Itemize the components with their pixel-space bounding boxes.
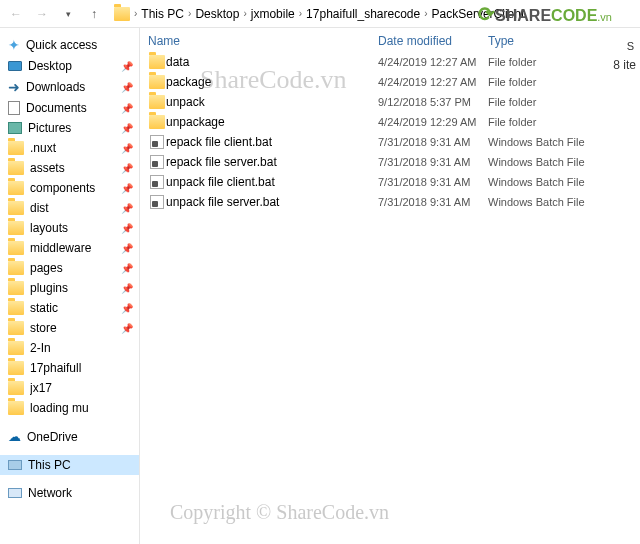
up-button[interactable]: ↑	[84, 4, 104, 24]
breadcrumb[interactable]: › This PC › Desktop › jxmobile › 17phaif…	[110, 3, 634, 25]
chevron-right-icon: ›	[424, 8, 427, 19]
folder-icon	[8, 321, 24, 335]
recent-dropdown[interactable]: ▾	[58, 4, 78, 24]
file-type: Windows Batch File	[488, 156, 632, 168]
folder-icon	[8, 261, 24, 275]
sidebar-folder[interactable]: dist📌	[0, 198, 139, 218]
folder-icon	[8, 301, 24, 315]
file-date: 4/24/2019 12:27 AM	[378, 76, 488, 88]
sidebar-folder[interactable]: 2-In	[0, 338, 139, 358]
folder-icon	[149, 55, 165, 69]
pin-icon: 📌	[121, 223, 133, 234]
pin-icon: 📌	[121, 303, 133, 314]
file-row[interactable]: repack file client.bat7/31/2018 9:31 AMW…	[148, 132, 632, 152]
file-row[interactable]: data4/24/2019 12:27 AMFile folder	[148, 52, 632, 72]
file-row[interactable]: unpackage4/24/2019 12:29 AMFile folder	[148, 112, 632, 132]
file-type: Windows Batch File	[488, 176, 632, 188]
pin-icon: 📌	[121, 323, 133, 334]
file-type: File folder	[488, 116, 632, 128]
folder-icon	[149, 115, 165, 129]
bat-file-icon	[150, 135, 164, 149]
quick-access[interactable]: ✦Quick access	[0, 34, 139, 56]
column-name[interactable]: Name	[148, 34, 378, 48]
item-count: 8 ite	[613, 58, 636, 72]
pin-icon: 📌	[121, 163, 133, 174]
file-date: 7/31/2018 9:31 AM	[378, 196, 488, 208]
sidebar-downloads[interactable]: ➜Downloads📌	[0, 76, 139, 98]
folder-icon	[114, 7, 130, 21]
document-icon	[8, 101, 20, 115]
column-type[interactable]: Type	[488, 34, 632, 48]
sidebar-folder[interactable]: middleware📌	[0, 238, 139, 258]
sidebar-folder[interactable]: 17phaifull	[0, 358, 139, 378]
folder-icon	[8, 241, 24, 255]
pin-icon: 📌	[121, 203, 133, 214]
file-date: 9/12/2018 5:37 PM	[378, 96, 488, 108]
file-name: repack file client.bat	[166, 135, 378, 149]
forward-button[interactable]: →	[32, 4, 52, 24]
sidebar-folder[interactable]: store📌	[0, 318, 139, 338]
crumb[interactable]: Desktop	[195, 7, 239, 21]
network-icon	[8, 488, 22, 498]
folder-icon	[8, 181, 24, 195]
file-name: repack file server.bat	[166, 155, 378, 169]
file-date: 7/31/2018 9:31 AM	[378, 156, 488, 168]
back-button[interactable]: ←	[6, 4, 26, 24]
file-row[interactable]: repack file server.bat7/31/2018 9:31 AMW…	[148, 152, 632, 172]
sidebar-onedrive[interactable]: ☁OneDrive	[0, 426, 139, 447]
bat-file-icon	[150, 175, 164, 189]
file-type: File folder	[488, 56, 632, 68]
column-header-partial: S	[627, 40, 634, 52]
sidebar-folder[interactable]: assets📌	[0, 158, 139, 178]
file-date: 7/31/2018 9:31 AM	[378, 176, 488, 188]
sidebar-folder[interactable]: .nuxt📌	[0, 138, 139, 158]
column-headers: Name Date modified Type	[140, 28, 640, 52]
pin-icon: 📌	[121, 263, 133, 274]
file-row[interactable]: unpack file server.bat7/31/2018 9:31 AMW…	[148, 192, 632, 212]
folder-icon	[8, 401, 24, 415]
pin-icon: 📌	[121, 183, 133, 194]
file-view: Name Date modified Type data4/24/2019 12…	[140, 28, 640, 544]
sidebar-folder[interactable]: pages📌	[0, 258, 139, 278]
file-type: Windows Batch File	[488, 196, 632, 208]
folder-icon	[8, 201, 24, 215]
folder-icon	[8, 221, 24, 235]
folder-icon	[149, 75, 165, 89]
file-name: package	[166, 75, 378, 89]
sidebar-documents[interactable]: Documents📌	[0, 98, 139, 118]
pictures-icon	[8, 122, 22, 134]
file-row[interactable]: unpack9/12/2018 5:37 PMFile folder	[148, 92, 632, 112]
sidebar-network[interactable]: Network	[0, 483, 139, 503]
cloud-icon: ☁	[8, 429, 21, 444]
folder-icon	[8, 361, 24, 375]
column-date[interactable]: Date modified	[378, 34, 488, 48]
navigation-pane: ✦Quick access Desktop📌 ➜Downloads📌 Docum…	[0, 28, 140, 544]
sidebar-pictures[interactable]: Pictures📌	[0, 118, 139, 138]
sidebar-folder[interactable]: loading mu	[0, 398, 139, 418]
file-name: unpack file server.bat	[166, 195, 378, 209]
chevron-right-icon: ›	[134, 8, 137, 19]
sidebar-folder[interactable]: plugins📌	[0, 278, 139, 298]
crumb[interactable]: PackServerClient	[432, 7, 525, 21]
pin-icon: 📌	[121, 143, 133, 154]
chevron-right-icon: ›	[243, 8, 246, 19]
crumb[interactable]: 17phaifull_sharecode	[306, 7, 420, 21]
desktop-icon	[8, 61, 22, 71]
sidebar-folder[interactable]: components📌	[0, 178, 139, 198]
pin-icon: 📌	[121, 103, 133, 114]
file-row[interactable]: package4/24/2019 12:27 AMFile folder	[148, 72, 632, 92]
sidebar-desktop[interactable]: Desktop📌	[0, 56, 139, 76]
crumb[interactable]: jxmobile	[251, 7, 295, 21]
sidebar-folder[interactable]: layouts📌	[0, 218, 139, 238]
crumb[interactable]: This PC	[141, 7, 184, 21]
pin-icon: 📌	[121, 123, 133, 134]
file-type: File folder	[488, 96, 632, 108]
file-row[interactable]: unpack file client.bat7/31/2018 9:31 AMW…	[148, 172, 632, 192]
sidebar-folder[interactable]: static📌	[0, 298, 139, 318]
file-name: unpackage	[166, 115, 378, 129]
file-name: data	[166, 55, 378, 69]
sidebar-thispc[interactable]: This PC	[0, 455, 139, 475]
file-type: Windows Batch File	[488, 136, 632, 148]
file-name: unpack	[166, 95, 378, 109]
sidebar-folder[interactable]: jx17	[0, 378, 139, 398]
